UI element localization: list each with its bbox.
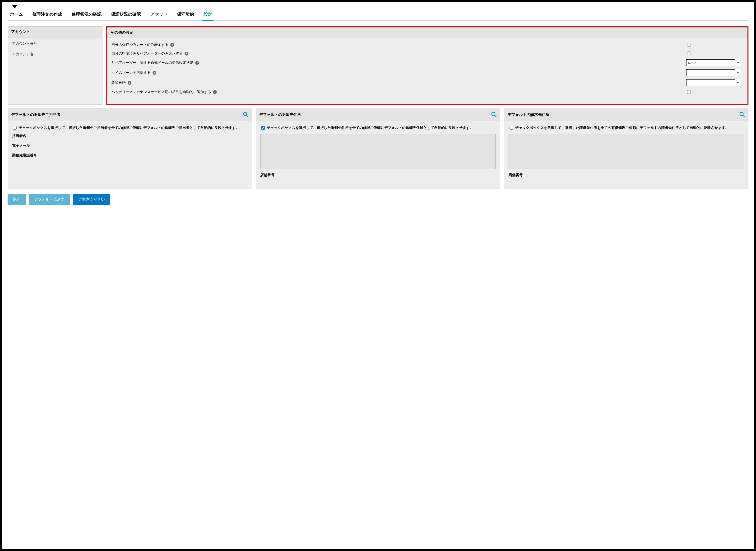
info-icon[interactable]: i [153,71,156,75]
language-label: 希望言語 [111,80,126,84]
info-icon[interactable]: i [213,90,217,94]
own-orders-label: 自分の申請済みリペアオーダーのみ表示する [111,51,183,55]
own-carts-label: 自分の保存済みカートのみ表示する [111,42,168,47]
account-panel: アカウント アカウント番号 アカウント名 [8,26,102,105]
svg-point-4 [740,112,743,116]
billing-store-number-label: 店舗番号 [509,173,744,177]
svg-point-0 [243,112,247,116]
app-frame: ホーム 修理注文の作成 修理状況の確認 保証状況の確認 アセット 保守契約 設定… [0,0,756,551]
return-contact-checkbox[interactable] [13,126,17,130]
tab-repair-status[interactable]: 修理状況の確認 [70,9,103,20]
default-billing-address-panel: デフォルトの請求先住所 チェックボックスを選択して、選択した請求先住所を全ての有… [504,108,748,189]
default-return-address-panel: デフォルトの返却先住所 チェックボックスを選択して、選択した返却先住所を全ての修… [256,108,500,189]
save-button[interactable]: 保存 [8,194,26,205]
tab-maintenance-contract[interactable]: 保守契約 [176,9,195,20]
billing-address-desc: チェックボックスを選択して、選択した請求先住所を全ての有償修理ご依頼にデフォルト… [515,125,729,130]
battery-checkbox[interactable] [687,90,691,94]
return-address-desc: チェックボックスを選択して、選択した返却先住所を全ての修理ご依頼にデフォルトの返… [267,125,473,130]
info-icon[interactable]: i [195,61,199,65]
default-return-contact-title: デフォルトの返却先ご担当者 [11,112,60,117]
default-billing-address-title: デフォルトの請求先住所 [508,112,549,117]
return-contact-desc: チェックボックスを選択して、選択した返却先ご担当者を全ての修理ご依頼にデフォルト… [19,125,239,130]
own-orders-checkbox[interactable] [687,51,691,55]
contact-name-label: 担当者名 [12,134,247,138]
billing-address-textarea[interactable] [509,134,744,169]
search-icon[interactable] [491,112,497,118]
battery-label: バッテリーメンテナンスサービス用の品目を自動的に追加する [111,90,211,94]
work-phone-label: 勤務先電話番号 [12,153,247,158]
notify-label: リペアオーダーに関する通知メールの受信設定状況 [111,60,193,65]
tab-warranty-status[interactable]: 保証状況の確認 [110,9,142,20]
nav-tabs: ホーム 修理注文の作成 修理状況の確認 保証状況の確認 アセット 保守契約 設定 [8,9,748,21]
timezone-select[interactable] [686,69,741,76]
dropdown-hint-arrow-icon [12,5,18,9]
info-icon[interactable]: i [128,81,131,85]
svg-point-2 [492,112,495,116]
svg-line-1 [246,115,248,117]
account-number-label: アカウント番号 [12,41,98,46]
default-return-contact-panel: デフォルトの返却先ご担当者 チェックボックスを選択して、選択した返却先ご担当者を… [8,108,252,189]
timezone-label: タイムゾーンを選択する [111,70,151,74]
other-settings-panel: その他の設定 自分の保存済みカートのみ表示する i 自分の申請済みリペアオーダー… [106,26,748,105]
search-icon[interactable] [739,112,745,118]
tab-create-repair-order[interactable]: 修理注文の作成 [31,9,64,20]
action-bar: 保存 デフォルトに戻す ご留意ください [8,194,748,205]
info-icon[interactable]: i [185,52,188,56]
return-address-checkbox[interactable] [261,126,265,130]
tab-home[interactable]: ホーム [9,9,24,20]
other-settings-title: その他の設定 [107,27,747,38]
notify-select[interactable]: None [686,59,741,66]
reset-defaults-button[interactable]: デフォルトに戻す [29,194,70,205]
tab-assets[interactable]: アセット [149,9,169,20]
please-note-button[interactable]: ご留意ください [73,194,110,205]
language-select[interactable] [686,79,741,86]
svg-line-3 [495,115,496,117]
account-panel-title: アカウント [8,27,102,37]
default-return-address-title: デフォルトの返却先住所 [259,112,301,117]
own-carts-checkbox[interactable] [687,43,691,47]
account-name-label: アカウント名 [12,52,98,56]
return-store-number-label: 店舗番号 [260,173,496,177]
search-icon[interactable] [243,112,248,118]
svg-line-5 [743,115,744,117]
billing-address-checkbox[interactable] [510,126,513,130]
info-icon[interactable]: i [170,43,174,47]
return-address-textarea[interactable] [260,134,496,169]
tab-settings[interactable]: 設定 [202,9,213,20]
email-label: 電子メール [12,143,247,148]
